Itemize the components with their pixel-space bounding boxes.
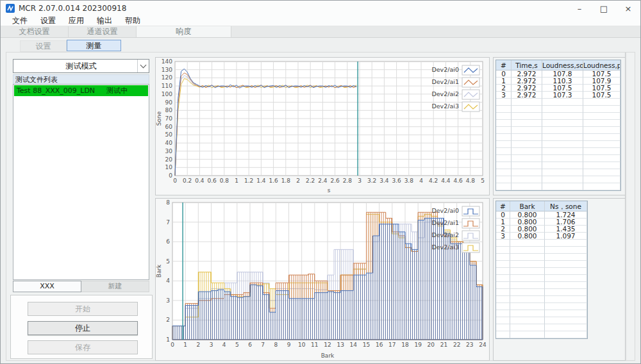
table-cell xyxy=(542,113,583,120)
svg-text:1.2: 1.2 xyxy=(244,178,253,184)
table-cell xyxy=(542,127,583,134)
stop-button[interactable]: 停止 xyxy=(28,321,138,335)
table-cell xyxy=(545,303,587,310)
table-row xyxy=(496,134,620,141)
table-cell: 0.800 xyxy=(510,226,545,233)
table-cell xyxy=(496,310,510,317)
table-cell: 107.5 xyxy=(583,85,620,92)
table-cell xyxy=(512,162,542,169)
svg-text:Dev2/ai0: Dev2/ai0 xyxy=(431,207,459,214)
panel-splitter[interactable] xyxy=(625,53,627,360)
svg-text:0.2: 0.2 xyxy=(183,178,192,184)
close-button[interactable]: × xyxy=(616,1,640,16)
test-mode-select[interactable]: 测试模式 xyxy=(13,59,149,73)
table-cell: 1.724 xyxy=(545,211,587,219)
table-cell xyxy=(542,99,583,106)
column-header: Loudness,sone xyxy=(542,60,583,70)
tab-document-settings[interactable]: 文档设置 xyxy=(1,26,69,37)
specific-loudness-chart-panel: 0123456789101112131415161718192021222324… xyxy=(155,198,490,361)
svg-text:3: 3 xyxy=(358,178,362,184)
tab-channel-settings[interactable]: 通道设置 xyxy=(69,26,137,37)
table-cell xyxy=(510,310,545,317)
table-cell xyxy=(545,296,587,303)
table-row xyxy=(496,240,587,247)
table-cell xyxy=(496,254,510,261)
table-row xyxy=(496,183,620,190)
table-cell: 0 xyxy=(496,70,512,78)
table-row: 20.8001.435 xyxy=(496,226,587,233)
menu-output[interactable]: 输出 xyxy=(90,15,119,26)
loudness-time-chart[interactable]: 00.20.40.60.811.21.41.61.822.22.42.62.83… xyxy=(156,58,489,195)
svg-text:2: 2 xyxy=(196,342,200,348)
table-cell: 110.3 xyxy=(542,78,583,85)
table-cell xyxy=(510,324,545,331)
tab-loudness[interactable]: 响度 xyxy=(137,26,231,37)
table-cell xyxy=(542,162,583,169)
table-row xyxy=(496,127,620,134)
table-cell xyxy=(496,162,512,169)
table-cell: 2.972 xyxy=(512,85,542,92)
list-item[interactable]: Test 88_XXX_009_LDN测试中 xyxy=(14,85,148,96)
subtab-measure[interactable]: 测量 xyxy=(67,40,121,51)
specific-loudness-chart[interactable]: 0123456789101112131415161718192021222324… xyxy=(156,199,489,360)
title-bar: MCR 2.07.0.014 202300918 –□× xyxy=(1,1,640,16)
svg-text:22: 22 xyxy=(453,342,460,348)
table-cell xyxy=(496,120,512,127)
table-cell xyxy=(496,113,512,120)
menu-file[interactable]: 文件 xyxy=(6,15,34,26)
svg-text:Bark: Bark xyxy=(321,352,335,359)
table-cell xyxy=(510,331,545,338)
menu-bar: 文件设置应用输出帮助 xyxy=(1,16,640,26)
table-cell: 1.435 xyxy=(545,226,587,233)
svg-text:16: 16 xyxy=(376,342,383,348)
maximize-button[interactable]: □ xyxy=(592,1,616,16)
table-row: 02.972107.8107.5 xyxy=(496,70,620,78)
tab-new[interactable]: 新建 xyxy=(81,281,149,292)
table-row: 00.8001.724 xyxy=(496,211,587,219)
svg-text:5: 5 xyxy=(235,342,239,348)
minimize-button[interactable]: – xyxy=(567,1,592,16)
svg-text:6: 6 xyxy=(248,342,252,348)
table-row xyxy=(496,169,620,176)
table-cell xyxy=(583,113,620,120)
table-cell xyxy=(542,148,583,155)
svg-text:2.4: 2.4 xyxy=(318,178,328,184)
table-cell xyxy=(512,99,542,106)
svg-text:3: 3 xyxy=(210,342,213,348)
table-row xyxy=(496,148,620,155)
column-header: Bark xyxy=(510,201,545,211)
table-cell xyxy=(542,120,583,127)
table-cell xyxy=(545,247,587,254)
table-cell: 1 xyxy=(496,78,512,85)
combo-arrow-icon[interactable] xyxy=(137,60,149,72)
menu-help[interactable]: 帮助 xyxy=(119,15,147,26)
svg-text:4.4: 4.4 xyxy=(441,178,451,184)
table-cell xyxy=(583,169,620,176)
svg-text:0.4: 0.4 xyxy=(195,178,204,184)
tab-xxx[interactable]: XXX xyxy=(13,281,81,292)
start-button[interactable]: 开始 xyxy=(28,302,138,316)
svg-text:20: 20 xyxy=(165,156,173,163)
table-cell xyxy=(512,183,542,190)
table-cell xyxy=(545,331,587,338)
svg-text:s: s xyxy=(328,187,331,194)
save-button[interactable]: 保存 xyxy=(28,340,138,354)
table-cell xyxy=(496,176,512,183)
test-status: 测试中 xyxy=(106,87,128,95)
svg-text:7: 7 xyxy=(166,219,170,226)
menu-application[interactable]: 应用 xyxy=(62,15,90,26)
svg-text:9: 9 xyxy=(287,342,291,348)
table-cell xyxy=(542,176,583,183)
menu-settings[interactable]: 设置 xyxy=(34,15,62,26)
subtab-settings[interactable]: 设置 xyxy=(20,40,67,52)
table-cell xyxy=(545,324,587,331)
test-file-list[interactable]: Test 88_XXX_009_LDN测试中 xyxy=(13,84,149,280)
column-header: Loudness,phon xyxy=(583,60,620,70)
svg-text:Dev2/ai1: Dev2/ai1 xyxy=(431,219,459,226)
table-row xyxy=(496,106,620,113)
table-cell xyxy=(496,183,512,190)
svg-text:40: 40 xyxy=(165,140,173,146)
table-row: 32.972107.3107.5 xyxy=(496,92,620,99)
svg-text:70: 70 xyxy=(165,115,173,122)
table-cell xyxy=(542,141,583,148)
